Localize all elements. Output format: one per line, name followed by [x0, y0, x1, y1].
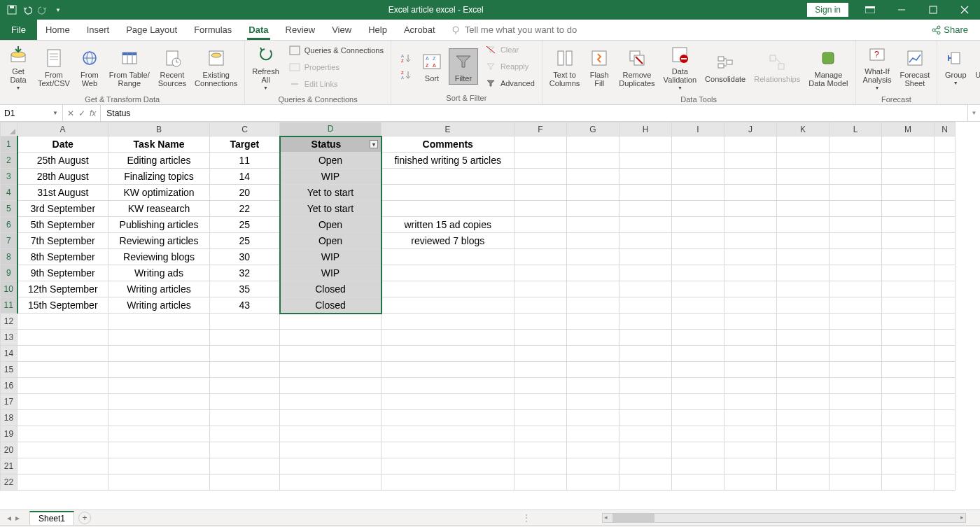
- cell-G5[interactable]: [567, 201, 620, 217]
- cell-N11[interactable]: [934, 297, 955, 314]
- cell-I10[interactable]: [672, 281, 724, 297]
- cell-H13[interactable]: [620, 330, 672, 346]
- cell-M22[interactable]: [882, 475, 934, 491]
- cell-H12[interactable]: [620, 314, 672, 330]
- cell-B20[interactable]: [108, 442, 210, 458]
- column-header-I[interactable]: I: [672, 122, 724, 136]
- cell-M2[interactable]: [882, 153, 934, 169]
- row-header[interactable]: 8: [1, 249, 18, 265]
- close-icon[interactable]: [948, 0, 980, 20]
- cell-L16[interactable]: [830, 378, 882, 394]
- cell-G22[interactable]: [567, 475, 620, 491]
- cell-L11[interactable]: [830, 297, 882, 314]
- cell-A15[interactable]: [18, 362, 108, 378]
- cell-B16[interactable]: [108, 378, 210, 394]
- cell-I8[interactable]: [672, 249, 724, 265]
- cell-L14[interactable]: [830, 346, 882, 362]
- cell-L12[interactable]: [830, 314, 882, 330]
- redo-icon[interactable]: [36, 3, 49, 16]
- cell-J20[interactable]: [724, 442, 777, 458]
- cell-J9[interactable]: [724, 265, 777, 281]
- cell-G4[interactable]: [567, 185, 620, 201]
- cell-A6[interactable]: 5th September: [18, 217, 108, 233]
- cell-K17[interactable]: [777, 394, 830, 410]
- cell-N4[interactable]: [934, 185, 955, 201]
- cell-L2[interactable]: [830, 153, 882, 169]
- cell-A4[interactable]: 31st August: [18, 185, 108, 201]
- cell-N1[interactable]: [934, 136, 955, 153]
- column-header-E[interactable]: E: [382, 122, 514, 136]
- cell-E9[interactable]: [382, 265, 514, 281]
- cell-K12[interactable]: [777, 314, 830, 330]
- cell-N9[interactable]: [934, 265, 955, 281]
- row-header[interactable]: 22: [1, 475, 18, 491]
- cell-A7[interactable]: 7th September: [18, 233, 108, 249]
- cell-L17[interactable]: [830, 394, 882, 410]
- cell-H3[interactable]: [620, 169, 672, 185]
- cell-I7[interactable]: [672, 233, 724, 249]
- cell-A2[interactable]: 25th August: [18, 153, 108, 169]
- cell-F10[interactable]: [514, 281, 567, 297]
- remove-duplicates-button[interactable]: Remove Duplicates: [616, 45, 657, 89]
- cell-N5[interactable]: [934, 201, 955, 217]
- data-validation-button[interactable]: Data Validation▼: [661, 42, 700, 92]
- add-sheet-button[interactable]: +: [78, 512, 91, 524]
- row-header[interactable]: 9: [1, 265, 18, 281]
- cell-K11[interactable]: [777, 297, 830, 314]
- row-header[interactable]: 6: [1, 217, 18, 233]
- cell-L1[interactable]: [830, 136, 882, 153]
- cell-I17[interactable]: [672, 394, 724, 410]
- cell-F19[interactable]: [514, 426, 567, 442]
- cell-H11[interactable]: [620, 297, 672, 314]
- cell-M14[interactable]: [882, 346, 934, 362]
- cell-L5[interactable]: [830, 201, 882, 217]
- cell-F9[interactable]: [514, 265, 567, 281]
- cell-J4[interactable]: [724, 185, 777, 201]
- cell-I6[interactable]: [672, 217, 724, 233]
- cell-N14[interactable]: [934, 346, 955, 362]
- minimize-icon[interactable]: [886, 0, 917, 20]
- cell-G14[interactable]: [567, 346, 620, 362]
- cancel-icon[interactable]: ✕: [67, 108, 74, 118]
- cell-F2[interactable]: [514, 153, 567, 169]
- ungroup-button[interactable]: Ungroup▼: [972, 45, 980, 87]
- forecast-sheet-button[interactable]: Forecast Sheet: [897, 45, 932, 89]
- cell-D8[interactable]: WIP: [280, 249, 382, 265]
- cell-M10[interactable]: [882, 281, 934, 297]
- cell-N22[interactable]: [934, 475, 955, 491]
- cell-J17[interactable]: [724, 394, 777, 410]
- cell-I21[interactable]: [672, 458, 724, 475]
- text-to-columns-button[interactable]: Text to Columns: [547, 45, 582, 89]
- cell-D11[interactable]: Closed: [280, 297, 382, 314]
- tab-home[interactable]: Home: [37, 20, 78, 40]
- cell-L7[interactable]: [830, 233, 882, 249]
- manage-data-model-button[interactable]: Manage Data Model: [806, 45, 850, 89]
- cell-K8[interactable]: [777, 249, 830, 265]
- cell-I15[interactable]: [672, 362, 724, 378]
- cell-E16[interactable]: [382, 378, 514, 394]
- cell-K4[interactable]: [777, 185, 830, 201]
- cell-M13[interactable]: [882, 330, 934, 346]
- cell-A5[interactable]: 3rd September: [18, 201, 108, 217]
- cell-M20[interactable]: [882, 442, 934, 458]
- cell-G19[interactable]: [567, 426, 620, 442]
- cell-B15[interactable]: [108, 362, 210, 378]
- cell-C11[interactable]: 43: [210, 297, 280, 314]
- cell-J8[interactable]: [724, 249, 777, 265]
- cell-H7[interactable]: [620, 233, 672, 249]
- cell-C5[interactable]: 22: [210, 201, 280, 217]
- cell-M4[interactable]: [882, 185, 934, 201]
- cell-H5[interactable]: [620, 201, 672, 217]
- cell-F8[interactable]: [514, 249, 567, 265]
- cell-N10[interactable]: [934, 281, 955, 297]
- formula-expand-icon[interactable]: ▼: [967, 105, 980, 121]
- cell-F4[interactable]: [514, 185, 567, 201]
- cell-B17[interactable]: [108, 394, 210, 410]
- cell-C14[interactable]: [210, 346, 280, 362]
- row-header[interactable]: 15: [1, 362, 18, 378]
- cell-H10[interactable]: [620, 281, 672, 297]
- cell-G1[interactable]: [567, 136, 620, 153]
- cell-M16[interactable]: [882, 378, 934, 394]
- cell-E11[interactable]: [382, 297, 514, 314]
- cell-J1[interactable]: [724, 136, 777, 153]
